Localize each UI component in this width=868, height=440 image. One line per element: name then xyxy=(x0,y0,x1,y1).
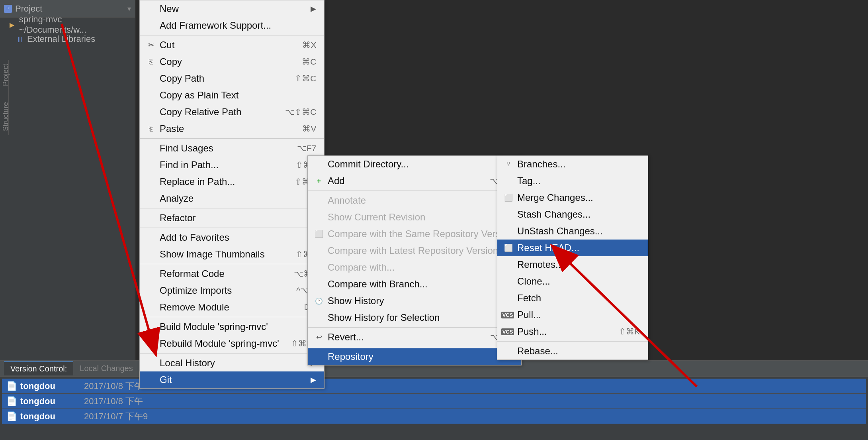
repo-fetch[interactable]: Fetch xyxy=(497,290,648,306)
stash-label: Stash Changes... xyxy=(517,209,640,220)
push-shortcut: ⇧⌘K xyxy=(619,327,640,336)
new-arrow: ▶ xyxy=(311,4,316,13)
menu-item-copy-path[interactable]: Copy Path ⇧⌘C xyxy=(140,70,324,87)
menu-item-refactor[interactable]: Refactor ▶ xyxy=(140,210,324,226)
remotes-label: Remotes... xyxy=(517,259,640,270)
menu-item-cut[interactable]: ✂ Cut ⌘X xyxy=(140,37,324,53)
git-compare-with: Compare with... xyxy=(308,259,521,276)
commit-dir-label: Commit Directory... xyxy=(328,159,513,170)
menu-item-git[interactable]: Git ▶ xyxy=(140,371,324,388)
version-row-2[interactable]: 📄 tongdou 2017/10/7 下午9 xyxy=(2,409,866,424)
git-sep3 xyxy=(308,347,521,347)
repo-pull[interactable]: VCS Pull... xyxy=(497,306,648,323)
add-framework-label: Add Framework Support... xyxy=(160,20,316,31)
git-show-history[interactable]: 🕐 Show History xyxy=(308,293,521,309)
menu-item-build-module[interactable]: Build Module 'spring-mvc' xyxy=(140,318,324,335)
git-compare-same: ⬜ Compare with the Same Repository Versi… xyxy=(308,226,521,242)
git-show-history-sel[interactable]: Show History for Selection xyxy=(308,309,521,326)
project-item-spring-mvc[interactable]: ▶ spring-mvc ~/Documents/w... xyxy=(0,18,135,32)
repository-label: Repository xyxy=(328,351,504,362)
git-commit-dir[interactable]: Commit Directory... xyxy=(308,156,521,173)
repo-remotes[interactable]: Remotes... xyxy=(497,256,648,273)
menu-item-paste[interactable]: ⎗ Paste ⌘V xyxy=(140,120,324,137)
repo-push[interactable]: VCS Push... ⇧⌘K xyxy=(497,323,648,340)
menu-item-copy-plain[interactable]: Copy as Plain Text xyxy=(140,87,324,104)
menu-item-find-in-path[interactable]: Find in Path... ⇧⌘F xyxy=(140,157,324,173)
version-row-0[interactable]: 📄 tongdou 2017/10/8 下午 xyxy=(2,379,866,394)
repo-rebase[interactable]: Rebase... xyxy=(497,343,648,359)
compare-latest-label: Compare with Latest Repository Version xyxy=(328,245,513,256)
git-revert[interactable]: ↩ Revert... ⌥⌘Z xyxy=(308,329,521,346)
menu-item-local-history[interactable]: Local History ▶ xyxy=(140,355,324,371)
new-label: New xyxy=(160,3,307,14)
git-arrow: ▶ xyxy=(311,375,316,384)
commit-icon-0: 📄 xyxy=(6,381,17,392)
copy-path-label: Copy Path xyxy=(160,73,283,84)
menu-item-remove-module[interactable]: Remove Module ⌦ xyxy=(140,299,324,316)
repo-tag[interactable]: Tag... xyxy=(497,173,648,189)
tag-label: Tag... xyxy=(517,175,640,187)
repo-branches[interactable]: ⑂ Branches... xyxy=(497,156,648,173)
side-tab-structure[interactable]: Structure xyxy=(0,98,12,135)
menu-item-reformat[interactable]: Reformat Code ⌥⌘L xyxy=(140,265,324,282)
repo-stash[interactable]: Stash Changes... xyxy=(497,206,648,223)
add-favorites-label: Add to Favorites xyxy=(160,232,307,243)
git-show-revision: Show Current Revision xyxy=(308,209,521,226)
commit-icon-2: 📄 xyxy=(6,411,17,422)
row1-user: tongdou xyxy=(20,396,84,407)
compare-same-label: Compare with the Same Repository Version xyxy=(328,228,513,240)
git-repository[interactable]: Repository ▶ xyxy=(308,348,521,365)
push-icon: VCS xyxy=(503,328,514,335)
merge-changes-label: Merge Changes... xyxy=(517,192,640,203)
git-compare-branch[interactable]: Compare with Branch... xyxy=(308,276,521,293)
repo-reset-head[interactable]: ⬜ Reset HEAD... xyxy=(497,240,648,256)
menu-item-analyze[interactable]: Analyze ▶ xyxy=(140,190,324,207)
menu-item-optimize-imports[interactable]: Optimize Imports ^⌥O xyxy=(140,282,324,299)
menu-item-copy[interactable]: ⎘ Copy ⌘C xyxy=(140,53,324,70)
sep6 xyxy=(140,317,324,317)
push-label: Push... xyxy=(517,326,607,337)
revert-icon: ↩ xyxy=(313,333,325,342)
cut-label: Cut xyxy=(160,39,290,51)
paste-label: Paste xyxy=(160,123,290,134)
menu-item-replace-in-path[interactable]: Replace in Path... ⇧⌘R xyxy=(140,173,324,190)
show-history-icon: 🕐 xyxy=(313,297,325,305)
menu-item-add-favorites[interactable]: Add to Favorites ▶ xyxy=(140,229,324,246)
git-compare-latest: Compare with Latest Repository Version xyxy=(308,242,521,259)
menu-item-add-framework[interactable]: Add Framework Support... xyxy=(140,17,324,34)
side-tab-project[interactable]: Project xyxy=(0,60,12,90)
repo-merge-changes[interactable]: ⬜ Merge Changes... xyxy=(497,189,648,206)
menu-item-copy-relative[interactable]: Copy Relative Path ⌥⇧⌘C xyxy=(140,104,324,120)
remove-module-label: Remove Module xyxy=(160,302,292,313)
add-icon: + xyxy=(313,177,325,185)
sep1 xyxy=(140,35,324,35)
find-usages-label: Find Usages xyxy=(160,143,285,154)
menu-item-show-thumbnails[interactable]: Show Image Thumbnails ⇧⌘T xyxy=(140,246,324,263)
git-add[interactable]: + Add ⌥⌘A xyxy=(308,173,521,189)
version-row-1[interactable]: 📄 tongdou 2017/10/8 下午 xyxy=(2,394,866,409)
find-usages-shortcut: ⌥F7 xyxy=(297,143,317,153)
branches-label: Branches... xyxy=(517,159,640,170)
menu-item-new[interactable]: New ▶ xyxy=(140,0,324,17)
git-sep1 xyxy=(308,191,521,191)
project-dropdown-arrow[interactable]: ▾ xyxy=(127,4,131,13)
folder-icon: ▶ xyxy=(8,21,16,29)
copy-icon: ⎘ xyxy=(145,58,156,66)
copy-path-shortcut: ⇧⌘C xyxy=(295,74,316,83)
tab-version-control[interactable]: Version Control: xyxy=(4,361,73,375)
fetch-label: Fetch xyxy=(517,293,640,304)
repo-unstash[interactable]: UnStash Changes... xyxy=(497,223,648,240)
show-revision-label: Show Current Revision xyxy=(328,212,513,223)
menu-item-rebuild-module[interactable]: Rebuild Module 'spring-mvc' ⇧⌘F9 xyxy=(140,335,324,352)
replace-in-path-label: Replace in Path... xyxy=(160,176,283,187)
reset-head-label: Reset HEAD... xyxy=(517,242,640,253)
menu-item-find-usages[interactable]: Find Usages ⌥F7 xyxy=(140,140,324,157)
copy-relative-shortcut: ⌥⇧⌘C xyxy=(285,107,316,117)
build-module-label: Build Module 'spring-mvc' xyxy=(160,321,316,332)
tab-local-changes[interactable]: Local Changes xyxy=(73,362,139,375)
sep5 xyxy=(140,264,324,264)
revert-label: Revert... xyxy=(328,332,478,343)
repo-clone[interactable]: Clone... xyxy=(497,273,648,290)
row0-user: tongdou xyxy=(20,381,84,391)
unstash-label: UnStash Changes... xyxy=(517,226,640,237)
